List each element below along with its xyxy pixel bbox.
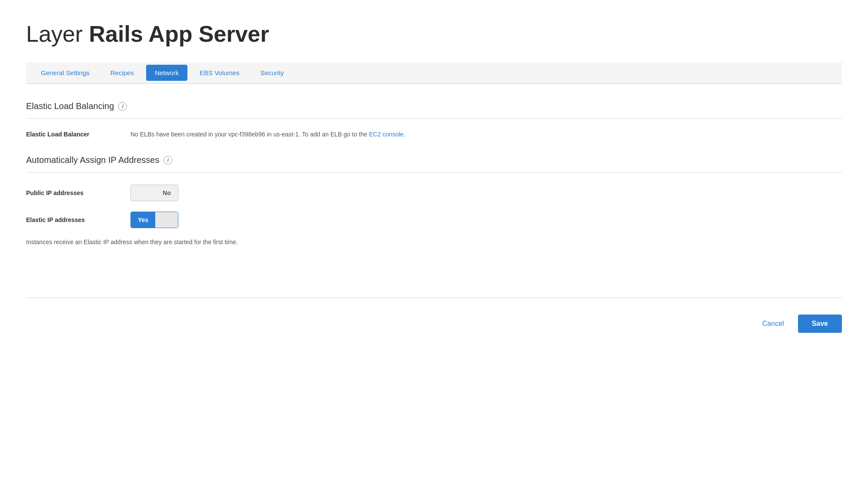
elastic-load-balancing-section: Elastic Load Balancing i Elastic Load Ba… xyxy=(26,101,842,138)
cancel-button[interactable]: Cancel xyxy=(755,315,791,332)
ip-addresses-divider xyxy=(26,172,842,172)
elastic-load-balancer-value: No ELBs have been created in your vpc-f3… xyxy=(130,131,842,138)
page-title-main: Rails App Server xyxy=(89,21,269,46)
elastic-ip-toggle-container: Yes xyxy=(130,212,178,228)
public-ip-toggle-left-thumb xyxy=(131,185,156,201)
content-area: Elastic Load Balancing i Elastic Load Ba… xyxy=(26,84,842,280)
elastic-load-balancing-divider xyxy=(26,118,842,119)
elastic-ip-toggle-yes-label: Yes xyxy=(131,212,155,228)
tab-general-settings[interactable]: General Settings xyxy=(30,63,100,83)
public-ip-row: Public IP addresses No xyxy=(26,185,842,201)
page-title: Layer Rails App Server xyxy=(26,22,842,46)
ip-addresses-label: Automatically Assign IP Addresses xyxy=(26,155,159,165)
tab-network[interactable]: Network xyxy=(146,65,187,81)
elastic-ip-label: Elastic IP addresses xyxy=(26,216,113,223)
elastic-ip-toggle[interactable]: Yes xyxy=(130,212,178,228)
ip-addresses-info-icon[interactable]: i xyxy=(164,156,172,165)
elastic-ip-row: Elastic IP addresses Yes xyxy=(26,212,842,228)
footer-divider xyxy=(26,298,842,298)
tab-navigation: General Settings Recipes Network EBS Vol… xyxy=(26,62,842,84)
elastic-load-balancing-info-icon[interactable]: i xyxy=(118,102,127,111)
elastic-load-balancer-label: Elastic Load Balancer xyxy=(26,131,113,138)
ec2-console-link[interactable]: EC2 console xyxy=(369,131,403,138)
elb-text-after: . xyxy=(404,131,405,138)
footer-actions: Cancel Save xyxy=(26,310,842,333)
elb-text-before: No ELBs have been created in your vpc-f3… xyxy=(130,131,367,138)
elastic-ip-toggle-right-thumb xyxy=(155,212,178,228)
tab-recipes[interactable]: Recipes xyxy=(100,63,144,83)
public-ip-toggle-no-label: No xyxy=(156,185,178,201)
ip-addresses-title: Automatically Assign IP Addresses i xyxy=(26,155,842,165)
public-ip-toggle-container: No xyxy=(130,185,178,201)
tab-security[interactable]: Security xyxy=(250,63,294,83)
elastic-load-balancer-row: Elastic Load Balancer No ELBs have been … xyxy=(26,131,842,138)
save-button[interactable]: Save xyxy=(798,315,842,333)
tab-ebs-volumes[interactable]: EBS Volumes xyxy=(189,63,250,83)
elastic-load-balancing-label: Elastic Load Balancing xyxy=(26,101,114,111)
elastic-ip-helper-text: Instances receive an Elastic IP address … xyxy=(26,239,842,245)
page-title-prefix: Layer xyxy=(26,21,83,46)
public-ip-label: Public IP addresses xyxy=(26,189,113,196)
public-ip-toggle[interactable]: No xyxy=(130,185,178,201)
elastic-load-balancing-title: Elastic Load Balancing i xyxy=(26,101,842,111)
ip-addresses-section: Automatically Assign IP Addresses i Publ… xyxy=(26,155,842,245)
page-container: Layer Rails App Server General Settings … xyxy=(0,0,868,504)
